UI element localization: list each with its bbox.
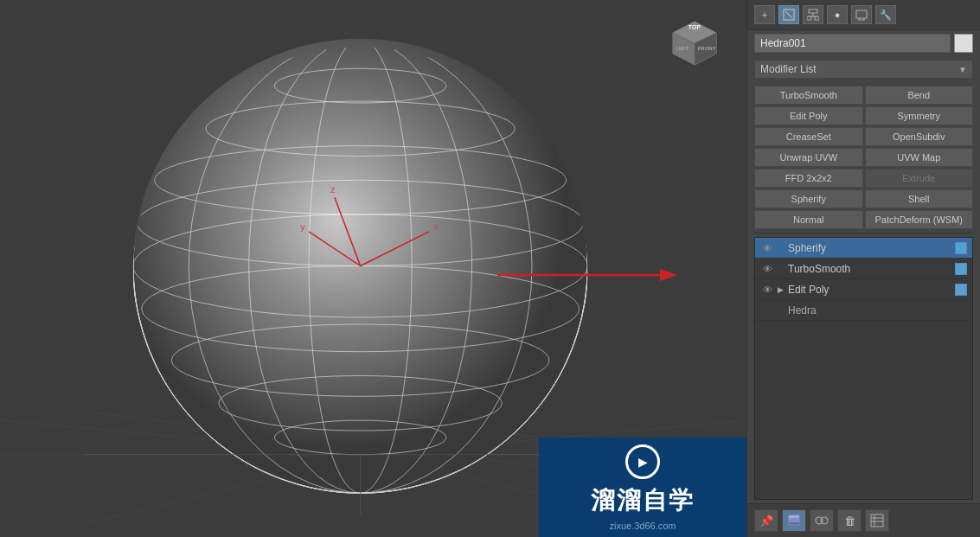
mod-btn-editpoly[interactable]: Edit Poly: [754, 106, 863, 125]
mod-btn-uvwmap[interactable]: UVW Map: [865, 148, 974, 167]
mod-btn-unwrapuvw[interactable]: Unwrap UVW: [754, 148, 863, 167]
svg-rect-47: [809, 10, 817, 13]
display-icon[interactable]: [851, 5, 872, 24]
watermark: ▶ 溜溜自学 zixue.3d66.com: [539, 438, 746, 537]
mod-btn-symmetry[interactable]: Symmetry: [865, 106, 974, 125]
viewport-3d[interactable]: x y z TOP FRONT LEFT: [0, 0, 746, 537]
utilities-icon[interactable]: 🔧: [875, 5, 896, 24]
watermark-logo: 溜溜自学: [591, 484, 695, 517]
bottom-toolbar: 📌 🗑: [747, 503, 980, 537]
modifier-list-dropdown[interactable]: Modifier List ▼: [754, 60, 973, 79]
svg-rect-48: [807, 16, 811, 20]
object-name-row: Hedra001: [747, 30, 980, 56]
svg-line-46: [785, 11, 792, 18]
stack-label-turbosmooth: TurboSmooth: [788, 263, 955, 275]
watermark-sub: zixue.3d66.com: [609, 521, 676, 531]
svg-rect-58: [789, 522, 799, 525]
create-icon[interactable]: +: [754, 5, 775, 24]
stack-checkbox-turbosmooth[interactable]: [955, 263, 967, 275]
object-name-input[interactable]: Hedra001: [754, 34, 951, 53]
stack-checkbox-editpoly[interactable]: [955, 284, 967, 296]
svg-text:TOP: TOP: [689, 24, 701, 30]
svg-rect-49: [815, 16, 819, 20]
eye-icon-spherify[interactable]: 👁: [760, 241, 774, 255]
mod-btn-spherify[interactable]: Spherify: [754, 189, 863, 208]
svg-text:y: y: [300, 221, 305, 232]
svg-text:FRONT: FRONT: [698, 46, 716, 51]
modifier-stack: 👁 Spherify 👁 TurboSmooth 👁 ▶ Edit Poly H…: [754, 237, 973, 500]
eye-icon-editpoly[interactable]: 👁: [760, 283, 774, 297]
configure-icon[interactable]: [865, 509, 889, 532]
stack-label-editpoly: Edit Poly: [788, 284, 955, 296]
mod-btn-creaseset[interactable]: CreaseSet: [754, 127, 863, 146]
instance-icon[interactable]: [810, 509, 834, 532]
modifier-list-label: Modifier List: [760, 63, 817, 75]
svg-rect-61: [871, 515, 883, 527]
stack-checkbox-spherify[interactable]: [955, 242, 967, 254]
stack-icon[interactable]: [782, 509, 806, 532]
stack-label-hedra: Hedra: [788, 304, 967, 316]
stack-item-turbosmooth[interactable]: 👁 TurboSmooth: [755, 259, 972, 279]
eye-icon-turbosmooth[interactable]: 👁: [760, 262, 774, 276]
svg-point-60: [821, 517, 828, 524]
right-panel: + ● 🔧 Hedra001 Modifier List ▼ TurboSmoo…: [746, 0, 980, 537]
dropdown-arrow-icon: ▼: [958, 65, 967, 74]
panel-toolbar: + ● 🔧: [747, 0, 980, 30]
separator-1: [754, 233, 973, 233]
mod-btn-normal[interactable]: Normal: [754, 210, 863, 229]
modifier-buttons-grid: TurboSmooth Bend Edit Poly Symmetry Crea…: [747, 82, 980, 233]
expand-arrow-editpoly[interactable]: ▶: [778, 285, 788, 294]
svg-text:LEFT: LEFT: [676, 46, 689, 51]
stack-item-hedra[interactable]: Hedra: [755, 300, 972, 321]
svg-rect-52: [856, 10, 867, 18]
mod-btn-extrude[interactable]: Extrude: [865, 169, 974, 188]
pin-icon[interactable]: 📌: [754, 509, 778, 532]
hierarchy-icon[interactable]: [803, 5, 823, 24]
stack-label-spherify: Spherify: [788, 242, 955, 254]
modifier-list-row: Modifier List ▼: [747, 56, 980, 82]
mod-btn-shell[interactable]: Shell: [865, 189, 974, 208]
svg-rect-56: [789, 515, 799, 518]
svg-text:x: x: [433, 221, 439, 232]
mod-btn-patchdeform[interactable]: PatchDeform (WSM): [865, 210, 974, 229]
motion-icon[interactable]: ●: [827, 5, 848, 24]
stack-item-editpoly[interactable]: 👁 ▶ Edit Poly: [755, 279, 972, 300]
color-swatch[interactable]: [954, 34, 973, 53]
svg-text:z: z: [330, 184, 336, 195]
mod-btn-turbossmooth[interactable]: TurboSmooth: [754, 86, 863, 105]
mod-btn-ffd2x2x2[interactable]: FFD 2x2x2: [754, 169, 863, 188]
delete-icon[interactable]: 🗑: [837, 509, 862, 532]
stack-item-spherify[interactable]: 👁 Spherify: [755, 238, 972, 259]
modify-icon[interactable]: [778, 5, 799, 24]
nav-cube[interactable]: TOP FRONT LEFT: [669, 17, 721, 69]
svg-rect-57: [789, 519, 799, 521]
mod-btn-opensubdiv[interactable]: OpenSubdiv: [865, 127, 974, 146]
mod-btn-bend[interactable]: Bend: [865, 86, 974, 105]
watermark-play-icon: ▶: [625, 444, 660, 479]
